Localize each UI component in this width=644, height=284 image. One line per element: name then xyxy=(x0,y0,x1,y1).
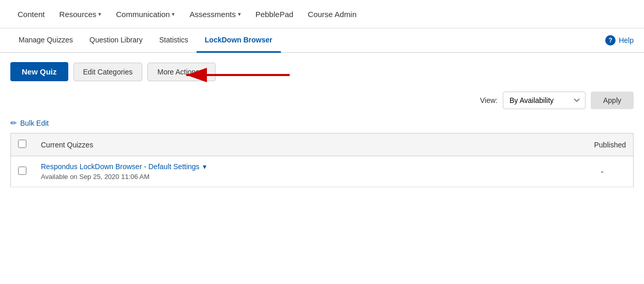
bulk-edit-link[interactable]: ✏ Bulk Edit xyxy=(10,118,49,128)
nav-content[interactable]: Content xyxy=(10,0,52,28)
nav-communication[interactable]: Communication ▾ xyxy=(109,0,182,28)
col-header-published: Published xyxy=(572,133,634,156)
help-icon: ? xyxy=(605,35,616,46)
view-row: View: By Availability By Name By Date Ap… xyxy=(10,92,634,109)
row-checkbox-cell xyxy=(11,156,34,187)
nav-course-admin[interactable]: Course Admin xyxy=(301,0,364,28)
table-header-row: Current Quizzes Published xyxy=(11,133,634,156)
bulk-edit-row: ✏ Bulk Edit xyxy=(10,118,634,128)
new-quiz-button[interactable]: New Quiz xyxy=(10,62,68,81)
quiz-availability: Available on Sep 25, 2020 11:06 AM xyxy=(41,173,564,181)
main-content: New Quiz Edit Categories More Actions ▾ … xyxy=(0,53,644,197)
action-row: New Quiz Edit Categories More Actions ▾ xyxy=(10,62,634,81)
view-label: View: xyxy=(480,96,498,104)
table-row: Respondus LockDown Browser - Default Set… xyxy=(11,156,634,187)
quiz-table: Current Quizzes Published Respondus Lock… xyxy=(10,133,634,187)
help-link[interactable]: ? Help xyxy=(605,35,634,46)
resources-chevron-icon: ▾ xyxy=(98,11,101,18)
more-actions-button[interactable]: More Actions ▾ xyxy=(147,63,216,81)
tab-manage-quizzes[interactable]: Manage Quizzes xyxy=(10,28,81,53)
top-nav: Content Resources ▾ Communication ▾ Asse… xyxy=(0,0,644,28)
col-header-current-quizzes: Current Quizzes xyxy=(34,133,572,156)
nav-assessments[interactable]: Assessments ▾ xyxy=(182,0,248,28)
more-actions-chevron-icon: ▾ xyxy=(202,68,206,76)
tab-statistics[interactable]: Statistics xyxy=(151,28,197,53)
tab-lockdown-browser[interactable]: LockDown Browser xyxy=(197,28,281,53)
edit-pencil-icon: ✏ xyxy=(10,118,17,128)
view-select[interactable]: By Availability By Name By Date xyxy=(503,92,586,109)
tab-bar: Manage Quizzes Question Library Statisti… xyxy=(0,28,644,53)
quiz-title-link[interactable]: Respondus LockDown Browser - Default Set… xyxy=(41,162,206,171)
apply-button[interactable]: Apply xyxy=(591,92,634,109)
nav-resources[interactable]: Resources ▾ xyxy=(52,0,109,28)
quiz-title-cell: Respondus LockDown Browser - Default Set… xyxy=(34,156,572,187)
header-checkbox-cell xyxy=(11,133,34,156)
tab-question-library[interactable]: Question Library xyxy=(81,28,151,53)
assessments-chevron-icon: ▾ xyxy=(238,11,241,18)
nav-pebblepad[interactable]: PebblePad xyxy=(248,0,301,28)
quiz-published-cell: - xyxy=(572,156,634,187)
quiz-dropdown-chevron-icon[interactable]: ▾ xyxy=(203,162,206,171)
communication-chevron-icon: ▾ xyxy=(172,11,175,18)
edit-categories-button[interactable]: Edit Categories xyxy=(73,63,143,81)
row-checkbox[interactable] xyxy=(18,167,26,175)
select-all-checkbox[interactable] xyxy=(18,140,26,148)
